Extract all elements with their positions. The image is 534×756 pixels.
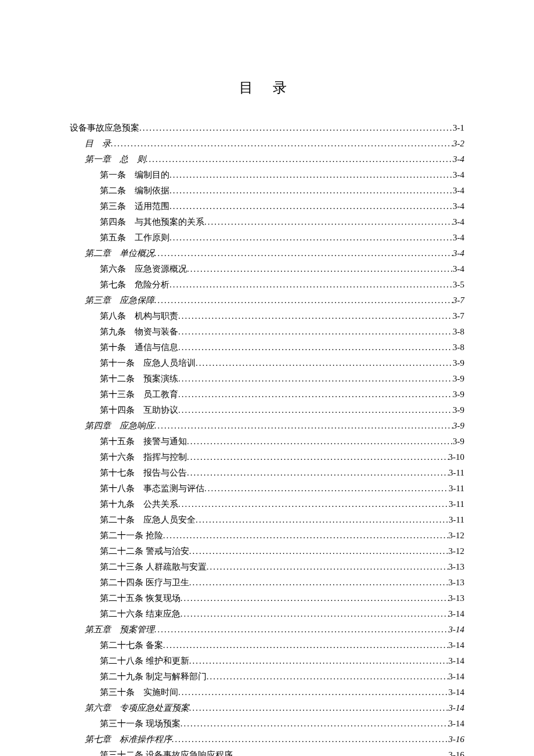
- toc-label: 目 录: [85, 136, 111, 152]
- toc-label: 第二十二条 警戒与治安: [100, 543, 189, 559]
- toc-label: 第八条 机构与职责: [100, 308, 178, 324]
- toc-row: 第五章 预案管理3-14: [70, 622, 464, 638]
- toc-leader-dots: [196, 355, 453, 371]
- toc-label: 第一条 编制目的: [100, 167, 169, 183]
- toc-leader-dots: [178, 387, 453, 402]
- toc-row: 第三十一条 现场预案3-14: [70, 716, 464, 732]
- toc-page: 3-16: [449, 747, 465, 756]
- toc-label: 第五章 预案管理: [85, 622, 154, 638]
- toc-row: 第三十条 实施时间3-14: [70, 685, 464, 700]
- toc-leader-dots: [189, 575, 449, 591]
- toc-page: 3-13: [449, 591, 465, 606]
- toc-leader-dots: [178, 685, 449, 700]
- toc-page: 3-4: [453, 152, 464, 167]
- toc-label: 第二十一条 抢险: [100, 528, 163, 543]
- toc-leader-dots: [207, 669, 449, 685]
- toc-label: 第十七条 报告与公告: [100, 465, 187, 481]
- toc-label: 第五条 工作原则: [100, 230, 169, 246]
- toc-label: 第六条 应急资源概况: [100, 261, 187, 277]
- toc-label: 第三章 应急保障: [85, 293, 154, 308]
- toc-page: 3-4: [453, 167, 464, 183]
- toc-row: 第十八条 事态监测与评估3-11: [70, 481, 464, 496]
- toc-page: 3-10: [449, 449, 465, 465]
- toc-page: 3-13: [449, 559, 465, 575]
- toc-page: 3-4: [453, 246, 464, 261]
- toc-leader-dots: [181, 606, 449, 622]
- toc-row: 第二条 编制依据3-4: [70, 183, 464, 199]
- toc-leader-dots: [111, 136, 453, 152]
- toc-leader-dots: [178, 324, 453, 340]
- toc-label: 第十条 通信与信息: [100, 340, 178, 355]
- toc-leader-dots: [178, 402, 453, 418]
- toc-leader-dots: [154, 246, 453, 261]
- toc-leader-dots: [204, 481, 449, 496]
- toc-row: 第十二条 预案演练3-9: [70, 371, 464, 387]
- toc-label: 第十九条 公共关系: [100, 496, 178, 512]
- toc-row: 第二十五条 恢复现场3-13: [70, 591, 464, 606]
- toc-label: 第四章 应急响应: [85, 418, 154, 434]
- toc-row: 第十七条 报告与公告3-11: [70, 465, 464, 481]
- toc-page: 3-8: [453, 340, 464, 355]
- toc-page: 3-2: [453, 136, 464, 152]
- toc-label: 第二章 单位概况: [85, 246, 154, 261]
- toc-row: 第一章 总 则3-4: [70, 152, 464, 167]
- toc-page: 3-4: [453, 230, 464, 246]
- toc-page: 3-13: [449, 575, 465, 591]
- toc-row: 第二十一条 抢险3-12: [70, 528, 464, 543]
- toc-page: 3-5: [453, 277, 464, 293]
- toc-label: 第三条 适用范围: [100, 199, 169, 214]
- toc-page: 3-14: [449, 669, 465, 685]
- toc-label: 第十八条 事态监测与评估: [100, 481, 204, 496]
- toc-label: 第九条 物资与装备: [100, 324, 178, 340]
- toc-row: 第十五条 接警与通知3-9: [70, 434, 464, 449]
- toc-leader-dots: [187, 465, 449, 481]
- toc-leader-dots: [189, 653, 449, 669]
- toc-row: 第二十九条 制定与解释部门3-14: [70, 669, 464, 685]
- toc-label: 第二十九条 制定与解释部门: [100, 669, 207, 685]
- toc-label: 第十六条 指挥与控制: [100, 449, 187, 465]
- toc-leader-dots: [139, 120, 453, 136]
- toc-page: 3-14: [449, 700, 465, 716]
- toc-label: 第二十三条 人群疏散与安置: [100, 559, 207, 575]
- toc-row: 第一条 编制目的3-4: [70, 167, 464, 183]
- toc-leader-dots: [169, 277, 453, 293]
- toc-row: 第二十八条 维护和更新3-14: [70, 653, 464, 669]
- toc-leader-dots: [169, 167, 453, 183]
- toc-page: 3-4: [453, 214, 464, 230]
- toc-label: 第十三条 员工教育: [100, 387, 178, 402]
- toc-page: 3-11: [449, 465, 464, 481]
- toc-leader-dots: [163, 528, 449, 543]
- toc-leader-dots: [178, 308, 453, 324]
- toc-label: 第四条 与其他预案的关系: [100, 214, 204, 230]
- toc-label: 第二条 编制依据: [100, 183, 169, 199]
- toc-leader-dots: [178, 496, 449, 512]
- toc-leader-dots: [207, 559, 449, 575]
- toc-page: 3-4: [453, 183, 464, 199]
- toc-label: 第二十七条 备案: [100, 638, 163, 653]
- toc-row: 第六章 专项应急处置预案3-14: [70, 700, 464, 716]
- toc-label: 第二十八条 维护和更新: [100, 653, 189, 669]
- toc-page: 3-4: [453, 261, 464, 277]
- toc-page: 3-11: [449, 496, 464, 512]
- toc-row: 第二十四条 医疗与卫生3-13: [70, 575, 464, 591]
- toc-row: 第六条 应急资源概况3-4: [70, 261, 464, 277]
- toc-row: 第四条 与其他预案的关系3-4: [70, 214, 464, 230]
- toc-row: 第五条 工作原则3-4: [70, 230, 464, 246]
- toc-leader-dots: [196, 512, 449, 528]
- toc-label: 第七条 危险分析: [100, 277, 169, 293]
- toc-page: 3-9: [453, 434, 464, 449]
- toc-leader-dots: [187, 261, 453, 277]
- toc-title: 目 录: [70, 78, 464, 97]
- toc-page: 3-9: [453, 355, 464, 371]
- toc-label: 第十四条 互助协议: [100, 402, 178, 418]
- toc-page: 3-7: [453, 308, 464, 324]
- toc-row: 第十一条 应急人员培训3-9: [70, 355, 464, 371]
- toc-label: 第三十条 实施时间: [100, 685, 178, 700]
- toc-row: 第三条 适用范围3-4: [70, 199, 464, 214]
- toc-page: 3-11: [449, 512, 464, 528]
- toc-page: 3-12: [449, 543, 465, 559]
- toc-leader-dots: [189, 700, 449, 716]
- document-page: 目 录 设备事故应急预案3-1目 录3-2第一章 总 则3-4第一条 编制目的3…: [0, 0, 534, 756]
- toc-label: 第十二条 预案演练: [100, 371, 178, 387]
- toc-leader-dots: [178, 371, 453, 387]
